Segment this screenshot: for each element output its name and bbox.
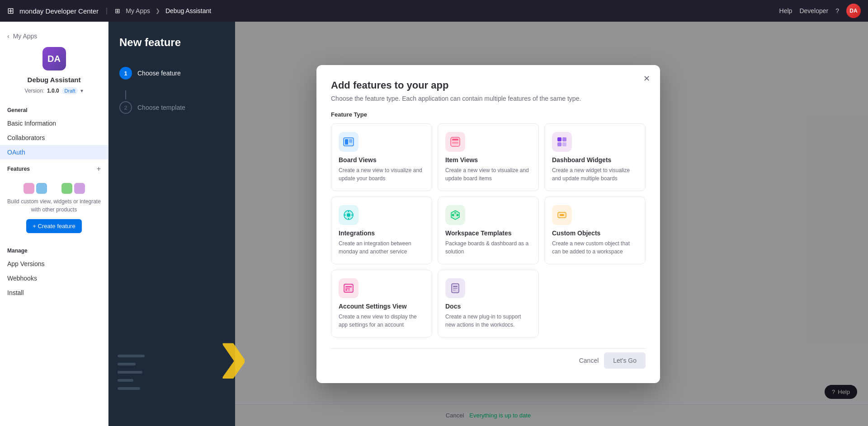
svg-point-32: [348, 289, 350, 291]
svg-rect-11: [562, 142, 566, 146]
create-feature-button[interactable]: + Create feature: [26, 219, 81, 233]
custom-objects-icon: [552, 205, 572, 225]
integrations-title: Integrations: [339, 229, 425, 237]
nav-my-apps[interactable]: My Apps: [126, 7, 150, 14]
svg-point-22: [457, 214, 459, 216]
sidebar-back-label: My Apps: [13, 33, 38, 40]
docs-title: Docs: [445, 303, 531, 310]
add-feature-icon[interactable]: +: [97, 165, 101, 173]
developer-link[interactable]: Developer: [799, 7, 828, 14]
sidebar-item-webhooks[interactable]: Webhooks: [0, 271, 108, 286]
brand-logo: monday Developer Center: [19, 7, 99, 15]
sidebar-item-basic-information[interactable]: Basic Information: [0, 116, 108, 131]
feature-card-dashboard-widgets[interactable]: Dashboard Widgets Create a new widget to…: [544, 123, 646, 191]
top-nav-right: Help Developer ? DA: [779, 4, 861, 18]
main-layout: ‹ My Apps DA Debug Assistant Version: 1.…: [0, 22, 868, 426]
modal-subtitle: Choose the feature type. Each applicatio…: [331, 95, 646, 102]
svg-point-31: [345, 289, 347, 291]
modal-overlay: ✕ Add features to your app Choose the fe…: [108, 22, 868, 426]
board-views-icon: [339, 132, 359, 152]
features-section-title: Features: [7, 166, 30, 172]
modal-close-button[interactable]: ✕: [640, 72, 653, 85]
cancel-button[interactable]: Cancel: [579, 352, 599, 369]
feature-card-item-views[interactable]: Item Views Create a new view to visualiz…: [438, 123, 539, 191]
feat-icon-1: [24, 183, 34, 194]
version-dropdown-icon[interactable]: ▾: [80, 88, 83, 94]
version-label: Version:: [25, 88, 44, 94]
manage-section-title: Manage: [0, 246, 108, 257]
svg-rect-7: [452, 142, 458, 144]
question-mark[interactable]: ?: [835, 7, 839, 14]
svg-rect-15: [348, 211, 349, 212]
svg-rect-16: [348, 218, 349, 220]
docs-desc: Create a new plug-in to support new acti…: [445, 313, 531, 329]
feature-card-board-views[interactable]: Board Views Create a new view to visuali…: [331, 123, 432, 191]
board-views-desc: Create a new view to visualize and updat…: [339, 166, 425, 183]
account-settings-desc: Create a new view to display the app set…: [339, 313, 425, 329]
workspace-templates-icon: [445, 205, 465, 225]
lets-go-button[interactable]: Let's Go: [604, 352, 646, 369]
help-link[interactable]: Help: [779, 7, 793, 14]
features-placeholder-text: Build custom view, widgets or integrate …: [7, 197, 101, 214]
add-features-modal: ✕ Add features to your app Choose the fe…: [316, 65, 660, 383]
account-settings-title: Account Settings View: [339, 303, 425, 310]
workspace-templates-title: Workspace Templates: [445, 229, 531, 237]
feature-grid: Board Views Create a new view to visuali…: [331, 123, 646, 337]
workspace-templates-desc: Package boards & dashboard as a solution: [445, 239, 531, 256]
board-views-title: Board Views: [339, 156, 425, 164]
features-icons: [7, 183, 101, 194]
general-section-title: General: [0, 102, 108, 116]
top-nav: ⊞ monday Developer Center | ⊞ My Apps ❯ …: [0, 0, 868, 22]
svg-rect-17: [344, 215, 346, 215]
grid-icon[interactable]: ⊞: [7, 6, 14, 16]
custom-objects-title: Custom Objects: [552, 229, 638, 237]
feature-card-workspace-templates[interactable]: Workspace Templates Package boards & das…: [438, 197, 539, 264]
feature-card-custom-objects[interactable]: Custom Objects Create a new custom objec…: [544, 197, 646, 264]
integrations-icon: [339, 205, 359, 225]
svg-rect-8: [557, 137, 561, 141]
feat-icon-4: [74, 183, 85, 194]
svg-rect-10: [557, 142, 561, 146]
svg-point-21: [452, 214, 454, 216]
feat-icon-spacer: [49, 183, 60, 194]
main-content: New feature 1 Choose feature 2 Choose te…: [108, 22, 868, 426]
item-views-icon: [445, 132, 465, 152]
sidebar-back-button[interactable]: ‹ My Apps: [0, 29, 108, 43]
svg-point-23: [454, 211, 457, 214]
sidebar-item-app-versions[interactable]: App Versions: [0, 257, 108, 271]
app-name: Debug Assistant: [0, 76, 108, 84]
modal-footer: Cancel Let's Go: [331, 348, 646, 369]
nav-separator: |: [106, 7, 108, 15]
svg-rect-3: [349, 139, 352, 143]
svg-rect-30: [345, 288, 350, 289]
feature-type-label: Feature Type: [331, 111, 646, 118]
sidebar-item-oauth[interactable]: OAuth: [0, 145, 108, 159]
sidebar-item-install[interactable]: Install: [0, 286, 108, 300]
svg-rect-18: [351, 215, 353, 215]
feature-card-integrations[interactable]: Integrations Create an integration betwe…: [331, 197, 432, 264]
dashboard-widgets-desc: Create a new widget to visualize and upd…: [552, 166, 638, 183]
nav-arrow-1: ❯: [156, 8, 160, 14]
user-avatar[interactable]: DA: [846, 4, 861, 18]
back-arrow-icon: ‹: [7, 33, 9, 40]
svg-rect-29: [345, 286, 352, 287]
svg-point-14: [347, 213, 350, 217]
sidebar: ‹ My Apps DA Debug Assistant Version: 1.…: [0, 22, 108, 426]
integrations-desc: Create an integration between monday and…: [339, 239, 425, 256]
feature-card-docs[interactable]: Docs Create a new plug-in to support new…: [438, 270, 539, 337]
item-views-title: Item Views: [445, 156, 531, 164]
dashboard-widgets-icon: [552, 132, 572, 152]
feature-card-account-settings[interactable]: Account Settings View Create a new view …: [331, 270, 432, 337]
manage-section: Manage App Versions Webhooks Install: [0, 240, 108, 300]
svg-rect-36: [453, 288, 458, 289]
dashboard-widgets-title: Dashboard Widgets: [552, 156, 638, 164]
item-views-desc: Create a new view to visualize and updat…: [445, 166, 531, 183]
custom-objects-desc: Create a new custom object that can be a…: [552, 239, 638, 256]
sidebar-item-collaborators[interactable]: Collaborators: [0, 131, 108, 145]
svg-rect-9: [562, 137, 566, 141]
modal-title: Add features to your app: [331, 80, 646, 91]
version-value: 1.0.0: [47, 88, 59, 94]
feat-icon-2: [36, 183, 47, 194]
feat-icon-3: [61, 183, 72, 194]
svg-rect-37: [453, 290, 456, 290]
